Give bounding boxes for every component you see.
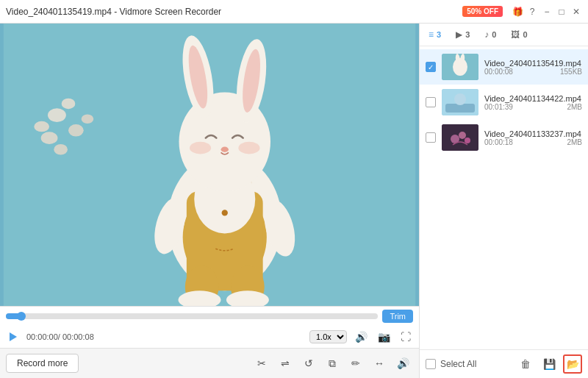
svg-marker-29	[10, 332, 17, 341]
delete-button[interactable]: 🗑	[516, 354, 535, 374]
tabs-bar: ≡ 3 ▶ 3 ♪ 0 🖼 0	[420, 24, 588, 46]
item-name-3: Video_240401133237.mp4	[484, 129, 582, 138]
speed-select[interactable]: 0.5x 1.0x 1.5x 2.0x	[309, 330, 347, 343]
play-icon	[7, 331, 19, 343]
reverse-tool[interactable]: ↔	[369, 353, 390, 374]
fullscreen-button[interactable]: ⛶	[398, 329, 413, 345]
video-count: 3	[465, 30, 470, 39]
thumb-svg-2	[442, 89, 478, 115]
save-button[interactable]: 💾	[539, 354, 559, 374]
bottom-bar: Record more ✂ ⇌ ↺ ⧉ ✏ ↔ 🔊	[0, 348, 419, 378]
time-display: 00:00:00/ 00:00:08	[26, 332, 94, 341]
list-item[interactable]: Video_240401133237.mp4 00:00:18 2MB	[420, 120, 588, 155]
svg-point-7	[54, 144, 68, 155]
svg-point-6	[34, 121, 49, 132]
promo-badge[interactable]: 50% OFF	[462, 6, 503, 17]
gift-button[interactable]: 🎁	[512, 6, 523, 18]
tab-audio[interactable]: ♪ 0	[481, 28, 499, 41]
item-checkbox-3[interactable]	[426, 132, 436, 143]
tab-image[interactable]: 🖼 0	[508, 28, 530, 41]
svg-point-5	[82, 115, 94, 124]
video-icon: ▶	[456, 29, 462, 40]
item-size-1: 155KB	[560, 68, 582, 76]
rotate-tool[interactable]: ↺	[298, 353, 319, 374]
item-info-3: Video_240401133237.mp4 00:00:18 2MB	[484, 129, 582, 146]
item-thumb-1	[442, 54, 478, 80]
svg-point-36	[454, 93, 466, 105]
video-area	[0, 24, 419, 306]
svg-point-21	[238, 142, 259, 154]
list-icon: ≡	[429, 29, 434, 40]
svg-point-40	[465, 138, 470, 143]
maximize-button[interactable]: □	[556, 6, 567, 18]
list-item[interactable]: ✓ Video_240401135419.mp4 00:00:08 155KB	[420, 49, 588, 85]
media-list: ✓ Video_240401135419.mp4 00:00:08 155KB	[420, 46, 588, 349]
help-button[interactable]: ?	[526, 6, 538, 18]
svg-point-1	[48, 108, 66, 122]
video-frame	[0, 24, 419, 306]
record-more-button[interactable]: Record more	[6, 354, 79, 373]
open-folder-button[interactable]: 📂	[563, 354, 582, 374]
progress-thumb[interactable]	[17, 312, 26, 321]
image-icon: 🖼	[511, 29, 520, 40]
item-meta-1: 00:00:08 155KB	[484, 68, 582, 76]
minimize-button[interactable]: −	[541, 6, 553, 18]
item-size-3: 2MB	[567, 138, 582, 146]
svg-point-39	[459, 132, 466, 139]
item-info-1: Video_240401135419.mp4 00:00:08 155KB	[484, 59, 582, 76]
svg-point-20	[190, 142, 211, 154]
svg-point-28	[222, 210, 228, 215]
volume-button[interactable]: 🔊	[353, 329, 370, 345]
title-bar-left: Video_240401135419.mp4 - Vidmore Screen …	[6, 7, 221, 17]
item-duration-1: 00:00:08	[484, 68, 513, 76]
playback-controls: 00:00:00/ 00:00:08 0.5x 1.0x 1.5x 2.0x 🔊…	[0, 326, 419, 348]
item-info-2: Video_240401134422.mp4 00:01:39 2MB	[484, 94, 582, 111]
cut-tool[interactable]: ✂	[251, 353, 272, 374]
item-checkbox-1[interactable]: ✓	[426, 62, 436, 72]
tab-video[interactable]: ▶ 3	[453, 28, 473, 41]
trim-bar: Trim	[0, 307, 419, 326]
item-duration-2: 00:01:39	[484, 103, 513, 111]
image-count: 0	[523, 30, 527, 39]
play-button[interactable]	[6, 329, 21, 344]
item-duration-3: 00:00:18	[484, 138, 513, 146]
item-size-2: 2MB	[567, 103, 582, 111]
thumb-svg-3	[442, 124, 478, 151]
select-all-checkbox[interactable]	[426, 359, 436, 369]
left-panel: Trim 00:00:00/ 00:00:08 0.5x 1.0x 1.5x 2…	[0, 24, 419, 378]
item-meta-3: 00:00:18 2MB	[484, 138, 582, 146]
thumb-svg-1	[442, 54, 478, 80]
merge-tool[interactable]: ⇌	[275, 353, 295, 374]
list-actions: Select All 🗑 💾 📂	[420, 349, 588, 378]
app-title: Video_240401135419.mp4 - Vidmore Screen …	[6, 7, 221, 17]
bottom-tools: ✂ ⇌ ↺ ⧉ ✏ ↔ 🔊	[251, 353, 413, 374]
tab-list[interactable]: ≡ 3	[426, 28, 444, 41]
item-name-1: Video_240401135419.mp4	[484, 59, 582, 68]
item-checkbox-2[interactable]	[426, 97, 436, 107]
title-bar: Video_240401135419.mp4 - Vidmore Screen …	[0, 0, 588, 24]
svg-point-19	[221, 147, 229, 152]
list-item[interactable]: Video_240401134422.mp4 00:01:39 2MB	[420, 85, 588, 120]
title-bar-right: 50% OFF 🎁 ? − □ ✕	[462, 6, 582, 18]
audio-tool[interactable]: 🔊	[392, 353, 413, 374]
screenshot-button[interactable]: 📷	[376, 329, 392, 345]
item-meta-2: 00:01:39 2MB	[484, 103, 582, 111]
item-name-2: Video_240401134422.mp4	[484, 94, 582, 103]
audio-count: 0	[492, 30, 496, 39]
main-layout: Trim 00:00:00/ 00:00:08 0.5x 1.0x 1.5x 2…	[0, 24, 588, 378]
progress-bar[interactable]	[6, 313, 378, 319]
audio-icon: ♪	[484, 29, 489, 40]
video-content	[0, 24, 419, 306]
item-thumb-2	[442, 89, 478, 115]
svg-point-4	[62, 99, 76, 110]
select-all-label: Select All	[440, 359, 512, 369]
svg-point-3	[41, 132, 58, 144]
list-count: 3	[437, 30, 441, 39]
trim-button[interactable]: Trim	[382, 310, 413, 323]
clip-tool[interactable]: ⧉	[322, 353, 343, 374]
right-panel: ≡ 3 ▶ 3 ♪ 0 🖼 0 ✓	[419, 24, 588, 378]
close-button[interactable]: ✕	[570, 6, 582, 18]
svg-point-2	[68, 124, 84, 137]
controls-area: Trim 00:00:00/ 00:00:08 0.5x 1.0x 1.5x 2…	[0, 306, 419, 348]
edit-tool[interactable]: ✏	[345, 353, 366, 374]
